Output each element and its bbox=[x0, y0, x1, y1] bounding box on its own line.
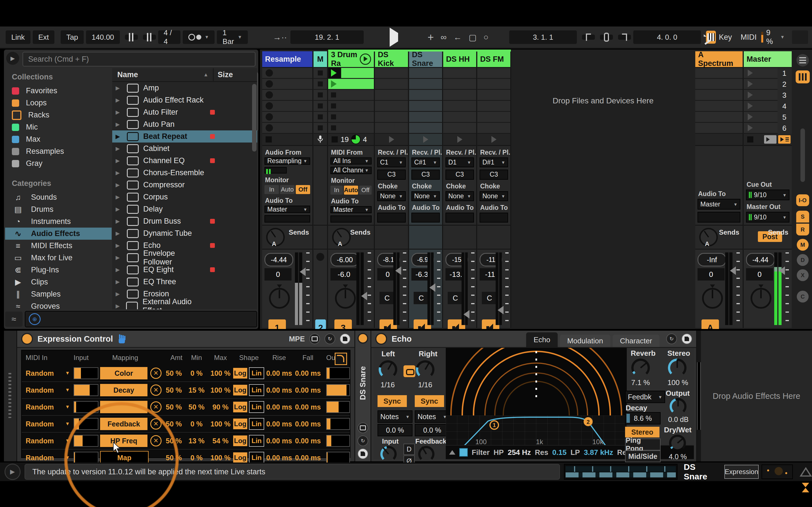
pan-dot[interactable] bbox=[316, 253, 324, 261]
log-shape-button[interactable]: Log bbox=[233, 385, 247, 395]
hp-res-value[interactable]: 0.15 bbox=[552, 448, 567, 457]
midi-in-menu[interactable]: Random bbox=[26, 437, 65, 445]
hot-swap-icon[interactable] bbox=[309, 334, 320, 344]
device-row[interactable]: ▶ Channel EQ bbox=[112, 155, 257, 167]
scene-number[interactable]: 3 bbox=[778, 90, 791, 101]
clip-slot[interactable] bbox=[262, 79, 312, 90]
mode-stereo-button[interactable]: Stereo bbox=[625, 427, 659, 438]
clip-stop-row[interactable] bbox=[262, 134, 312, 146]
cpu-menu-caret[interactable]: ▼ bbox=[780, 35, 784, 40]
grooves-icon[interactable]: ≈ bbox=[5, 312, 22, 327]
session-record-button[interactable]: ○ bbox=[483, 33, 488, 42]
unmap-button[interactable]: ✕ bbox=[150, 418, 161, 430]
expand-arrow-icon[interactable]: ▶ bbox=[116, 267, 122, 273]
scene-slot[interactable] bbox=[744, 101, 777, 112]
clip-slot[interactable] bbox=[695, 90, 743, 101]
midi-in-caret[interactable]: ▼ bbox=[65, 387, 73, 393]
io-section-toggle[interactable]: I-O bbox=[796, 194, 809, 206]
quantize-menu[interactable]: 1 Bar▼ bbox=[217, 31, 248, 44]
monitor-off-button[interactable]: Off bbox=[296, 185, 310, 194]
log-shape-button[interactable]: Log bbox=[233, 402, 247, 412]
category-item[interactable]: ▭ Max for Live bbox=[5, 252, 112, 264]
device-thumbnail[interactable] bbox=[762, 464, 793, 479]
loop-length-field[interactable]: 4. 0. 0 bbox=[633, 31, 701, 44]
play-note-box[interactable]: C3 bbox=[411, 170, 440, 179]
max-field[interactable]: 90 % bbox=[213, 403, 229, 411]
mapping-button[interactable]: Decay bbox=[100, 384, 147, 396]
category-item[interactable]: ≡ MIDI Effects bbox=[5, 240, 112, 252]
curve-editor-icon[interactable] bbox=[335, 353, 347, 365]
overview-menu-icon[interactable] bbox=[797, 54, 809, 66]
left-time-knob[interactable] bbox=[378, 360, 397, 379]
clip-slot[interactable] bbox=[443, 101, 476, 112]
log-shape-button[interactable]: Log bbox=[233, 452, 247, 463]
amount-field[interactable]: 50 % bbox=[166, 386, 185, 394]
clip-slot[interactable] bbox=[328, 112, 374, 123]
output-box[interactable] bbox=[446, 213, 474, 223]
clip-slot[interactable] bbox=[477, 90, 510, 101]
clip-stop-row[interactable] bbox=[443, 134, 476, 146]
clip-slot[interactable] bbox=[695, 79, 743, 90]
left-sync-mode-menu[interactable]: Notes▼ bbox=[377, 410, 412, 423]
receive-note-menu[interactable]: D#1▼ bbox=[479, 158, 508, 167]
pan-field[interactable]: C bbox=[482, 292, 497, 304]
reverb-value[interactable]: 7.1 % bbox=[625, 378, 656, 387]
fader-handle[interactable] bbox=[357, 292, 367, 300]
clip-slot[interactable] bbox=[477, 123, 510, 134]
category-item[interactable]: ≈ Grooves bbox=[5, 300, 112, 309]
max-field[interactable]: 54 % bbox=[213, 437, 229, 445]
automation-arm-button[interactable]: ∞ bbox=[441, 33, 447, 42]
play-note-box[interactable]: C3 bbox=[446, 170, 474, 179]
input-channel-menu[interactable]: All Channels▼ bbox=[331, 167, 371, 174]
choke-menu[interactable]: None▼ bbox=[411, 191, 440, 201]
log-shape-button[interactable]: Log bbox=[233, 436, 247, 446]
scene-slot[interactable] bbox=[744, 112, 777, 123]
pan-knob[interactable] bbox=[335, 288, 356, 309]
fader-handle[interactable] bbox=[726, 267, 736, 275]
save-preset-icon[interactable] bbox=[357, 448, 368, 459]
arrangement-position-field[interactable]: 19. 2. 1 bbox=[290, 31, 364, 44]
scene-number[interactable]: 2 bbox=[778, 79, 791, 90]
clip-slot[interactable] bbox=[375, 68, 408, 79]
device-view-side-tab[interactable] bbox=[4, 331, 17, 461]
clip-slot[interactable] bbox=[477, 68, 510, 79]
collection-item[interactable]: Max bbox=[5, 133, 112, 145]
clip-slot[interactable] bbox=[443, 79, 476, 90]
track-activator[interactable]: A bbox=[702, 320, 719, 329]
cpu-load-value[interactable]: 9 % bbox=[766, 29, 776, 46]
output-gain-value[interactable]: 0.0 dB bbox=[663, 415, 694, 424]
device-row[interactable]: ▶ Drum Buss bbox=[112, 215, 257, 227]
feedback-knob[interactable] bbox=[418, 446, 435, 462]
clip-slot[interactable] bbox=[443, 112, 476, 123]
delay-section-toggle[interactable]: D bbox=[797, 254, 809, 266]
expand-arrow-icon[interactable]: ▶ bbox=[116, 279, 122, 285]
metronome-button[interactable]: ▼ bbox=[183, 31, 215, 44]
pan-knob[interactable] bbox=[269, 288, 290, 309]
filter-enable-checkbox[interactable] bbox=[459, 448, 468, 457]
rise-field[interactable]: 0.00 ms bbox=[266, 386, 292, 394]
monitor-auto-button[interactable]: Auto bbox=[344, 186, 358, 194]
scene-number[interactable]: 5 bbox=[778, 112, 791, 123]
amount-field[interactable]: 50 % bbox=[166, 437, 185, 445]
fall-field[interactable]: 0.00 ms bbox=[295, 386, 321, 394]
loop-start-field[interactable]: 3. 1. 1 bbox=[509, 31, 577, 44]
midi-in-caret[interactable]: ▼ bbox=[65, 421, 73, 427]
collection-item[interactable]: Favorites bbox=[5, 85, 112, 97]
scene-slot[interactable] bbox=[744, 79, 777, 90]
play-note-box[interactable]: C3 bbox=[377, 170, 406, 179]
session-scrollbar[interactable] bbox=[801, 128, 805, 182]
clip-slot[interactable] bbox=[409, 90, 442, 101]
mapping-button[interactable]: Color bbox=[100, 367, 147, 379]
clip-slot[interactable] bbox=[262, 90, 312, 101]
device-row[interactable]: ▶ Audio Effect Rack bbox=[112, 94, 257, 106]
category-item[interactable]: ▶ Clips bbox=[5, 276, 112, 288]
expand-arrow-icon[interactable]: ▶ bbox=[116, 255, 122, 261]
fader-handle[interactable] bbox=[425, 283, 435, 292]
clip-stop-row[interactable] bbox=[313, 134, 327, 146]
device-row[interactable]: ▶ Envelope Follower bbox=[112, 251, 257, 264]
clip-slot[interactable] bbox=[375, 79, 408, 90]
pan-field[interactable]: C bbox=[414, 292, 429, 304]
dry-wet-value[interactable]: 4.0 % bbox=[662, 453, 693, 461]
right-offset-field[interactable]: 0.0 % bbox=[415, 424, 450, 436]
clip-slot[interactable] bbox=[409, 123, 442, 134]
